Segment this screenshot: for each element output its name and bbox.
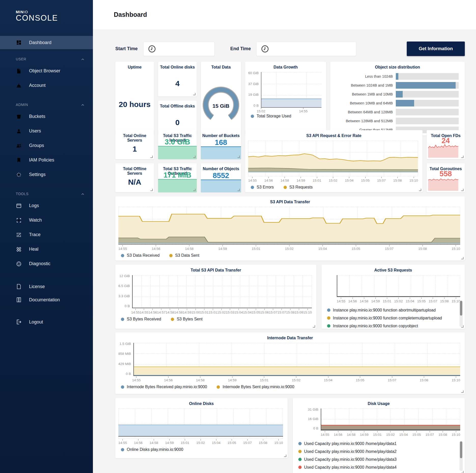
license[interactable]: License	[0, 280, 93, 293]
scrollbar-thumb[interactable]	[460, 301, 462, 316]
distribution-bar-track	[396, 91, 459, 98]
heal[interactable]: Heal	[0, 242, 93, 256]
chevron-up-icon[interactable]	[81, 192, 84, 196]
legend-scrollbar[interactable]	[459, 441, 463, 471]
minio-console-logo: MINIO CONSOLE	[0, 0, 93, 23]
resize-handle-icon[interactable]	[193, 156, 195, 158]
sidebar-item-label: Logout	[29, 319, 43, 325]
distribution-bar-track	[396, 100, 459, 106]
total-goroutines-value: 558	[427, 170, 465, 178]
settings[interactable]: Settings	[0, 167, 93, 182]
distribution-row: Less than 1024B	[335, 73, 459, 80]
grid-line	[362, 275, 362, 296]
resize-handle-icon[interactable]	[150, 156, 153, 158]
resize-handle-icon[interactable]	[461, 189, 464, 191]
number-of-objects-value: 8552	[201, 171, 241, 180]
x-tick-label: 14:58	[174, 309, 183, 314]
legend-item: S3 Bytes Received	[121, 317, 161, 321]
y-tick-label: 1.5 GiB	[120, 342, 131, 345]
start-time-field[interactable]	[156, 42, 214, 56]
chart-title: Object size distribution	[330, 62, 465, 70]
number-of-buckets-value: 168	[201, 138, 241, 147]
resize-handle-icon[interactable]	[419, 189, 421, 191]
x-tick-label: 14:55	[131, 309, 140, 314]
resize-handle-icon[interactable]	[237, 156, 240, 158]
logs[interactable]: Logs	[0, 198, 93, 213]
x-tick-label: 14:55	[118, 439, 127, 445]
card-title: Total Offline Servers	[115, 163, 154, 176]
start-time-label: Start Time	[115, 46, 138, 51]
x-tick-label: 15:10	[452, 298, 460, 303]
grid-line	[411, 275, 411, 296]
groups[interactable]: Groups	[0, 138, 93, 153]
legend-scrollbar[interactable]	[459, 300, 463, 327]
legend-item: Online Disks play.minio.io:9000	[121, 447, 183, 452]
chart-title: S3 API Data Transfer	[115, 196, 465, 204]
resize-handle-icon[interactable]	[193, 189, 195, 191]
x-tick-label: 14:55	[248, 177, 257, 182]
sidebar-item-dashboard[interactable]: Dashboard	[0, 36, 93, 49]
x-tick-label: 15:10	[303, 309, 312, 314]
legend-label: Instance play.minio.io:9000 function abo…	[333, 308, 436, 313]
sidebar-item-label: Watch	[29, 218, 42, 223]
x-tick-label: 14:55	[321, 431, 329, 437]
y-tick-label: 12 GiB	[119, 275, 130, 278]
resize-handle-icon[interactable]	[461, 471, 464, 473]
sidebar-item-logout[interactable]: Logout	[0, 315, 93, 329]
resize-handle-icon[interactable]	[461, 325, 464, 328]
object-size-distribution-card: Object size distribution Less than 1024B…	[330, 62, 465, 136]
chevron-up-icon[interactable]	[81, 103, 84, 107]
legend-item: Instance play.minio.io:9000 function cop…	[327, 322, 465, 329]
x-tick-label: 15:04	[318, 245, 327, 251]
start-time-input[interactable]	[143, 42, 215, 56]
end-time-field[interactable]	[269, 42, 356, 56]
filter-bar: Start Time End Time Get Information	[115, 42, 465, 56]
buckets[interactable]: Buckets	[0, 109, 93, 124]
legend-dot	[121, 318, 124, 321]
resize-handle-icon[interactable]	[284, 455, 286, 457]
trace[interactable]: Trace	[0, 227, 93, 242]
sidebar-section-tools[interactable]: TOOLS	[0, 184, 93, 198]
watch[interactable]: Watch	[0, 213, 93, 227]
resize-handle-icon[interactable]	[461, 156, 464, 158]
y-tick-label: 16 GiB	[308, 417, 318, 421]
resize-handle-icon[interactable]	[237, 189, 240, 191]
legend-item: Used Capacity play.minio.io:9000 /home/p…	[298, 448, 465, 455]
grid-line	[337, 275, 338, 296]
x-tick-label: 15:08	[440, 298, 449, 303]
sidebar-item-label: IAM Policies	[29, 157, 54, 163]
y-tick-label: 429 MiB	[118, 362, 131, 366]
resize-handle-icon[interactable]	[461, 390, 464, 393]
x-tick-label: 15:02	[257, 108, 265, 113]
grid-line	[374, 275, 374, 296]
online-disks-card: Online Disks 14:5514:5614:5814:5915:0115…	[115, 398, 288, 458]
resize-handle-icon[interactable]	[313, 325, 315, 328]
resize-handle-icon[interactable]	[193, 93, 195, 95]
resize-handle-icon[interactable]	[150, 189, 153, 191]
s3-traffic-inbound-value: 3.0 GiB	[158, 138, 197, 146]
legend-dot	[327, 316, 330, 320]
sidebar-section-admin[interactable]: ADMIN	[0, 95, 93, 109]
grid-line	[303, 275, 303, 308]
diagnostic[interactable]: Diagnostic	[0, 256, 93, 271]
legend-dot	[298, 466, 302, 469]
legend-label: Instance play.minio.io:9000 function com…	[333, 316, 442, 320]
object-browser[interactable]: Object Browser	[0, 64, 93, 78]
end-time-input[interactable]	[256, 42, 356, 56]
scrollbar-thumb[interactable]	[460, 441, 462, 458]
iam-policies[interactable]: IAM Policies	[0, 153, 93, 167]
x-tick-label: 15:08	[286, 309, 295, 314]
users[interactable]: Users	[0, 124, 93, 138]
get-information-button[interactable]: Get Information	[407, 42, 465, 56]
legend-dot	[171, 318, 174, 321]
documentation[interactable]: Documentation	[0, 293, 93, 306]
chevron-up-icon[interactable]	[81, 57, 84, 61]
account[interactable]: Account	[0, 78, 93, 93]
sidebar-item-label: Heal	[29, 247, 38, 252]
diagnostic-icon	[16, 261, 22, 267]
sidebar-section-user[interactable]: USER	[0, 49, 93, 64]
distribution-row: Between 1024B and 1MB	[335, 82, 459, 89]
card-title: Uptime	[115, 62, 154, 70]
x-tick-label: 14:59	[165, 439, 174, 445]
resize-handle-icon[interactable]	[461, 257, 464, 259]
